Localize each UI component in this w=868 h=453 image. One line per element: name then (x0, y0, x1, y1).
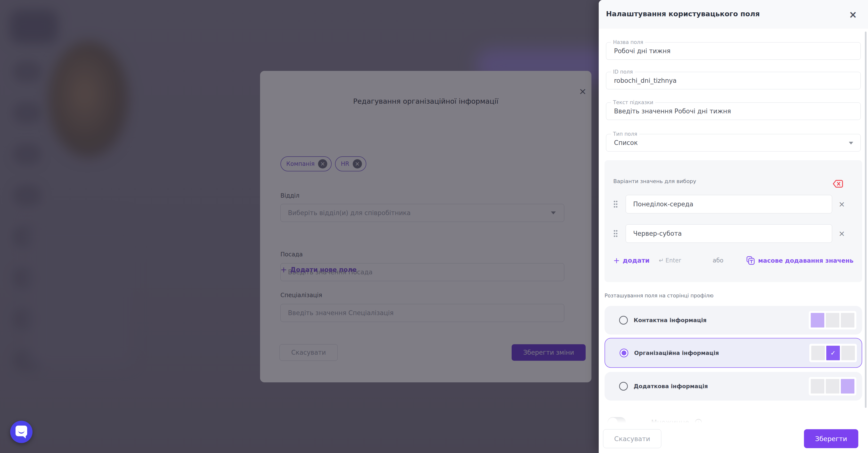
radio-icon[interactable] (619, 316, 628, 324)
field-id: ID поля (606, 72, 861, 89)
variant-value-input[interactable] (626, 225, 832, 243)
field-type: Тип поля Список (606, 134, 861, 151)
screen: × Редагування організаційної інформації … (0, 0, 868, 453)
check-icon: ✓ (830, 349, 836, 357)
field-hint: Текст підказки (606, 103, 861, 120)
close-icon[interactable]: × (847, 8, 859, 21)
field-type-value: Список (614, 134, 638, 151)
placement-option-contact[interactable]: Контактна інформація (604, 306, 862, 335)
placement-option-label: Додаткова інформація (634, 383, 708, 389)
clear-all-values-icon[interactable] (833, 180, 843, 188)
chevron-down-icon[interactable] (849, 142, 853, 144)
variants-card: Варіанти значень для вибору × × (604, 160, 862, 282)
chat-launcher-button[interactable] (10, 421, 32, 443)
radio-icon[interactable] (619, 382, 628, 391)
scrollbar[interactable] (865, 32, 867, 408)
placement-option-label: Організаційна інформація (634, 350, 719, 356)
remove-variant-icon[interactable]: × (837, 229, 847, 238)
radio-checked-icon[interactable] (620, 349, 628, 357)
plus-icon: + (613, 256, 620, 265)
variants-title: Варіанти значень для вибору (613, 178, 696, 184)
variants-add-row: + додати ↵ Enter або масове додавання зн… (613, 254, 854, 266)
layout-preview: ✓ (809, 344, 857, 362)
drawer-footer: Скасувати Зберегти (599, 424, 868, 453)
drawer-cancel-button[interactable]: Скасувати (603, 429, 661, 448)
layout-preview (809, 311, 856, 330)
or-label: або (713, 257, 723, 264)
field-id-input[interactable] (606, 72, 861, 89)
field-name: Назва поля (606, 42, 861, 60)
field-hint-input[interactable] (606, 103, 861, 120)
drag-handle-icon[interactable] (614, 230, 618, 237)
variant-value-input[interactable] (626, 195, 832, 213)
variant-row: × (604, 195, 862, 214)
bulk-add-label: масове додавання значень (758, 257, 854, 264)
drag-handle-icon[interactable] (614, 201, 618, 208)
add-variant-button[interactable]: + додати (613, 256, 650, 265)
drawer-header: Налаштування користувацького поля × (599, 0, 868, 29)
chat-bubble-icon (16, 426, 27, 436)
variant-input-wrap (626, 195, 832, 214)
layout-preview (809, 377, 856, 395)
enter-key-hint: ↵ Enter (659, 257, 681, 264)
placement-section-label: Розташування поля на сторінці профілю (604, 293, 713, 299)
placement-option-organizational[interactable]: Організаційна інформація ✓ (604, 338, 862, 368)
variant-input-wrap (626, 224, 832, 243)
paste-icon (746, 256, 755, 265)
drawer-save-button[interactable]: Зберегти (804, 429, 858, 448)
field-name-input[interactable] (606, 43, 861, 59)
placement-option-additional[interactable]: Додаткова інформація (604, 372, 862, 401)
drawer-title: Налаштування користувацького поля (606, 10, 760, 18)
variant-row: × (604, 224, 862, 243)
remove-variant-icon[interactable]: × (837, 199, 847, 209)
bulk-add-values-button[interactable]: масове додавання значень (746, 256, 854, 265)
add-variant-label: додати (623, 257, 650, 264)
custom-field-settings-drawer: Налаштування користувацького поля × Назв… (599, 0, 868, 453)
placement-option-label: Контактна інформація (634, 317, 707, 323)
